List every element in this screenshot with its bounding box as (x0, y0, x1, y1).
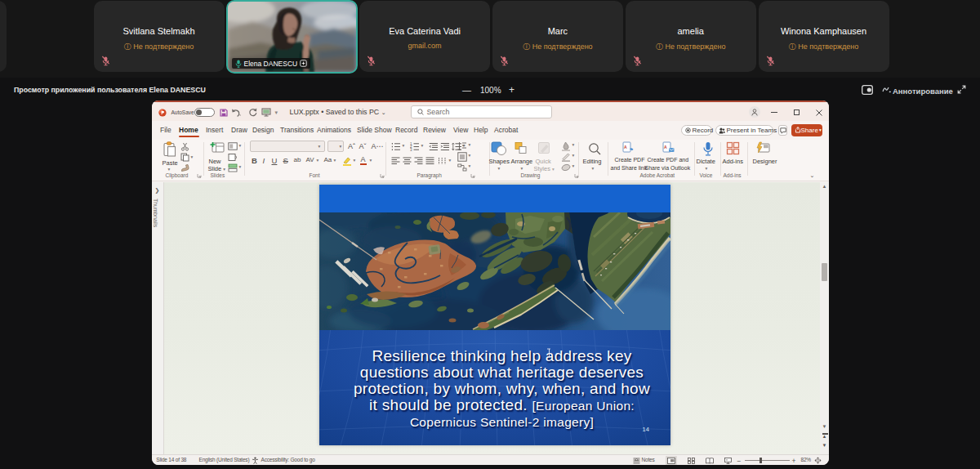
svg-text:A: A (664, 145, 667, 150)
svg-text:3: 3 (410, 148, 412, 151)
svg-text:A: A (624, 145, 627, 150)
